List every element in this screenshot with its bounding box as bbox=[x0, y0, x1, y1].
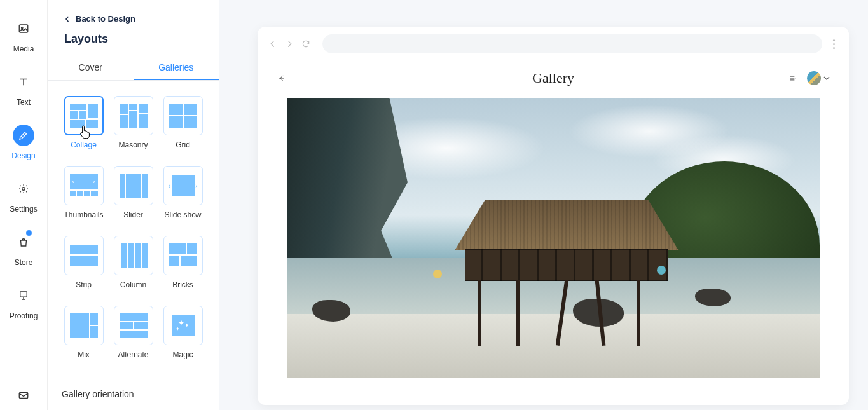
layout-label: Thumbnails bbox=[64, 210, 103, 219]
image-icon bbox=[13, 18, 34, 39]
svg-rect-3 bbox=[20, 292, 27, 297]
sidebar-label: Store bbox=[15, 258, 33, 267]
browser-reload-button[interactable] bbox=[301, 39, 311, 49]
chevron-down-icon bbox=[823, 72, 830, 84]
layout-label: Alternate bbox=[118, 350, 148, 359]
sidebar-item-text[interactable]: Text bbox=[13, 71, 34, 107]
browser-toolbar bbox=[258, 27, 849, 61]
layout-thumb bbox=[64, 236, 104, 275]
panel-header: Back to Design Layouts bbox=[48, 0, 219, 55]
layout-mix[interactable]: Mix bbox=[64, 306, 104, 359]
layout-thumb bbox=[114, 236, 153, 275]
layout-label: Column bbox=[120, 280, 146, 289]
layouts-panel: Back to Design Layouts Cover Galleries bbox=[48, 0, 219, 410]
layout-label: Magic bbox=[172, 350, 193, 359]
layout-grid[interactable]: Grid bbox=[163, 96, 203, 149]
divider bbox=[62, 376, 205, 376]
sidebar-label: Design bbox=[11, 151, 35, 160]
panel-title: Layouts bbox=[64, 32, 202, 46]
layout-thumb bbox=[64, 306, 104, 345]
gallery-back-button[interactable] bbox=[277, 73, 287, 83]
layout-strip[interactable]: Strip bbox=[64, 236, 104, 289]
sidebar-item-proofing[interactable]: Proofing bbox=[10, 285, 38, 320]
layout-thumb bbox=[114, 306, 153, 345]
list-view-icon[interactable] bbox=[788, 73, 798, 83]
gear-icon bbox=[13, 178, 34, 200]
browser-menu-button[interactable] bbox=[829, 39, 839, 49]
gallery-title: Gallery bbox=[532, 70, 574, 86]
text-icon bbox=[13, 71, 34, 93]
layout-thumb: ‹ › bbox=[64, 166, 104, 205]
primary-sidebar: Media Text Design Settings Store Proofin… bbox=[0, 0, 48, 410]
orientation-label: Gallery orientation bbox=[62, 389, 205, 399]
panel-tabs: Cover Galleries bbox=[48, 55, 219, 81]
layout-label: Grid bbox=[176, 140, 190, 149]
svg-rect-4 bbox=[19, 393, 28, 399]
layout-thumb bbox=[64, 96, 104, 135]
gallery-image bbox=[287, 98, 820, 378]
avatar-menu[interactable] bbox=[807, 71, 830, 85]
sidebar-item-media[interactable]: Media bbox=[13, 18, 34, 53]
gallery-header: Gallery bbox=[258, 61, 849, 98]
chevron-left-icon bbox=[64, 16, 71, 22]
svg-point-1 bbox=[22, 27, 23, 28]
layout-label: Strip bbox=[76, 280, 92, 289]
sidebar-item-settings[interactable]: Settings bbox=[10, 178, 37, 214]
layout-thumb bbox=[114, 96, 153, 135]
browser-url-bar[interactable] bbox=[322, 34, 822, 53]
radio-horizontal[interactable]: Horizontal bbox=[62, 407, 205, 410]
layout-bricks[interactable]: Bricks bbox=[163, 236, 203, 289]
layout-thumb bbox=[163, 96, 203, 135]
layout-thumbnails[interactable]: ‹ › Thumbnails bbox=[64, 166, 104, 219]
preview-area: Gallery bbox=[219, 0, 868, 410]
browser-back-button[interactable] bbox=[268, 39, 278, 49]
layout-masonry[interactable]: Masonry bbox=[113, 96, 154, 149]
avatar bbox=[807, 71, 821, 85]
sidebar-label: Proofing bbox=[10, 311, 38, 320]
back-button[interactable]: Back to Design bbox=[64, 14, 202, 24]
sidebar-label: Text bbox=[17, 98, 31, 107]
layout-thumb bbox=[114, 166, 153, 205]
layout-thumb: ‹ › bbox=[163, 166, 203, 205]
layout-label: Masonry bbox=[118, 140, 148, 149]
svg-point-2 bbox=[22, 188, 25, 191]
layout-thumb bbox=[163, 236, 203, 275]
layouts-grid: Collage Masonry bbox=[62, 96, 205, 359]
sidebar-item-mail[interactable] bbox=[13, 385, 34, 406]
panel-body: Collage Masonry bbox=[48, 81, 219, 410]
tab-galleries[interactable]: Galleries bbox=[134, 55, 219, 80]
sidebar-item-design[interactable]: Design bbox=[11, 125, 35, 160]
layout-column[interactable]: Column bbox=[113, 236, 154, 289]
layout-slider[interactable]: Slider bbox=[113, 166, 154, 219]
proofing-icon bbox=[13, 285, 34, 306]
preview-browser: Gallery bbox=[258, 27, 849, 405]
layout-collage[interactable]: Collage bbox=[64, 96, 104, 149]
layout-label: Mix bbox=[78, 350, 90, 359]
layout-thumb: ✦ ✦ ✦ bbox=[163, 306, 203, 345]
layout-label: Slide show bbox=[164, 210, 201, 219]
layout-label: Collage bbox=[71, 140, 97, 149]
sidebar-label: Media bbox=[13, 44, 34, 53]
browser-forward-button[interactable] bbox=[284, 39, 294, 49]
layout-magic[interactable]: ✦ ✦ ✦ Magic bbox=[163, 306, 203, 359]
tab-cover[interactable]: Cover bbox=[48, 55, 134, 80]
mail-icon bbox=[13, 385, 34, 406]
back-label: Back to Design bbox=[76, 14, 135, 24]
notification-dot bbox=[26, 230, 32, 236]
svg-rect-0 bbox=[19, 25, 28, 32]
pencil-icon bbox=[13, 125, 34, 146]
sidebar-label: Settings bbox=[10, 205, 37, 214]
sidebar-item-store[interactable]: Store bbox=[13, 231, 34, 267]
layout-label: Slider bbox=[123, 210, 143, 219]
layout-alternate[interactable]: Alternate bbox=[113, 306, 154, 359]
layout-label: Bricks bbox=[172, 280, 193, 289]
layout-slideshow[interactable]: ‹ › Slide show bbox=[163, 166, 203, 219]
